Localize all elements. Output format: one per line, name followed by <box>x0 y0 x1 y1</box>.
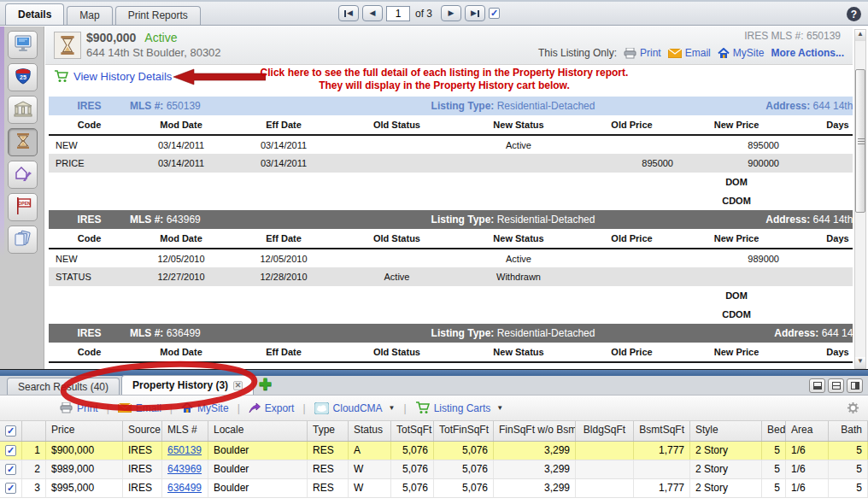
scrollbar-thumb[interactable] <box>855 69 865 213</box>
svg-text:25: 25 <box>20 74 26 80</box>
house-icon <box>181 402 193 413</box>
grid-settings-icon[interactable] <box>847 401 859 414</box>
email-results-link[interactable]: Email <box>109 402 170 414</box>
property-history-grid: ✓ Price Source MLS # Locale Type Status … <box>0 421 868 498</box>
map-route-button[interactable]: 25 <box>8 63 38 91</box>
ires-property-history-screen: Details Map Print Reports ◀ ◀ of 3 ▶ ▶ ✓… <box>0 0 868 504</box>
view-history-details-link[interactable]: View History Details <box>73 70 172 83</box>
mysite-listing-link[interactable]: MySite <box>718 47 765 59</box>
history-band-643969: IRES MLS #: 643969 Listing Type: Residen… <box>49 210 853 229</box>
row-checkbox[interactable]: ✓ <box>5 464 16 475</box>
help-icon[interactable]: ? <box>847 7 861 21</box>
history-report-icon <box>54 32 81 59</box>
history-column-headers: CodeMod Date Eff DateOld Status New Stat… <box>49 115 853 135</box>
next-record-button[interactable]: ▶ <box>441 5 461 21</box>
listing-price: $900,000 <box>86 31 136 44</box>
hourglass-icon <box>15 132 32 153</box>
public-records-button[interactable] <box>8 96 38 124</box>
annotation-text: Click here to see the full detail of eac… <box>243 67 645 92</box>
select-record-checkbox[interactable]: ✓ <box>489 8 500 19</box>
export-link[interactable]: Export <box>240 402 303 414</box>
more-actions-link[interactable]: More Actions... <box>771 47 844 59</box>
grid-header-row: ✓ Price Source MLS # Locale Type Status … <box>0 421 868 442</box>
documents-icon <box>14 230 32 250</box>
history-tables: IRES MLS #: 650139 Listing Type: Residen… <box>49 97 853 363</box>
previous-record-button[interactable]: ◀ <box>362 5 383 21</box>
house-icon <box>718 48 730 59</box>
cart-icon <box>415 401 430 414</box>
bottom-tab-bar: Search Results (40) Property History (3)… <box>0 376 868 396</box>
panel-restore-button[interactable] <box>847 378 863 393</box>
print-results-link[interactable]: Print <box>51 402 107 414</box>
row-checkbox[interactable]: ✓ <box>5 445 16 456</box>
panel-window-controls <box>809 378 863 393</box>
grid-row-3[interactable]: ✓ 3 $995,000 IRES 636499 Boulder RES W 5… <box>0 479 868 498</box>
grid-row-2[interactable]: ✓ 2 $989,000 IRES 643969 Boulder RES W 5… <box>0 460 868 479</box>
tab-details[interactable]: Details <box>5 3 64 25</box>
listing-header: $900,000 Active 644 14th St Boulder, 803… <box>45 26 853 65</box>
history-row-dom: DOM <box>49 286 853 305</box>
mysite-results-link[interactable]: MySite <box>173 402 238 414</box>
scroll-up-arrow[interactable]: ▲ <box>855 30 865 41</box>
tab-search-results[interactable]: Search Results (40) <box>7 378 120 395</box>
history-table-636499: CodeMod Date Eff DateOld Status New Stat… <box>49 343 853 363</box>
tab-property-history[interactable]: Property History (3) ✕ <box>121 375 254 395</box>
envelope-icon <box>118 403 132 413</box>
history-band-650139: IRES MLS #: 650139 Listing Type: Residen… <box>49 97 853 115</box>
history-table-650139: CodeMod Date Eff DateOld Status New Stat… <box>49 115 853 210</box>
panel-split-button[interactable] <box>828 378 844 393</box>
printer-icon <box>624 48 636 59</box>
print-listing-link[interactable]: Print <box>624 47 661 59</box>
this-listing-only-label: This Listing Only: <box>538 47 617 59</box>
mls-number-link[interactable]: 636499 <box>167 482 202 494</box>
cloudcma-menu[interactable]: CloudCMA▼ <box>306 402 404 414</box>
open-houses-button[interactable]: OPEN <box>8 193 38 221</box>
printer-icon <box>60 402 73 413</box>
bank-icon <box>14 100 32 120</box>
history-row-dom: DOM <box>49 173 853 191</box>
envelope-icon <box>668 49 682 58</box>
top-tab-bar: Details Map Print Reports ◀ ◀ of 3 ▶ ▶ ✓… <box>0 0 868 26</box>
cloud-icon <box>314 402 329 414</box>
row-checkbox[interactable]: ✓ <box>5 483 16 494</box>
history-row: NEW03/14/2011 03/14/2011 Active 895000 <box>49 135 853 154</box>
window-restore-icon <box>851 382 859 390</box>
history-row: PRICE03/14/2011 03/14/2011 895000 900000 <box>49 154 853 173</box>
monitor-icon <box>14 35 32 56</box>
last-record-button[interactable]: ▶ <box>465 5 485 21</box>
history-column-headers: CodeMod Date Eff DateOld Status New Stat… <box>49 229 853 249</box>
listing-carts-menu[interactable]: Listing Carts▼ <box>407 401 513 414</box>
close-tab-icon[interactable]: ✕ <box>233 381 243 390</box>
cart-icon <box>54 70 68 83</box>
tab-print-reports[interactable]: Print Reports <box>115 6 201 25</box>
purple-strip <box>0 26 4 257</box>
history-row-cdom: CDOM <box>49 191 853 210</box>
tab-map[interactable]: Map <box>67 6 112 25</box>
history-row: NEW12/05/2010 12/05/2010 Active 989000 <box>49 249 853 267</box>
documents-button[interactable] <box>8 226 38 254</box>
mls-number-link[interactable]: 643969 <box>167 463 202 475</box>
neighborhood-button[interactable] <box>8 161 38 189</box>
first-record-button[interactable]: ◀ <box>338 5 359 21</box>
scroll-down-arrow[interactable]: ▼ <box>855 357 865 368</box>
panel-maximize-button[interactable] <box>809 378 825 393</box>
window-split-icon <box>832 382 841 390</box>
page-number-input[interactable] <box>386 6 410 21</box>
mls-number-link[interactable]: 650139 <box>167 444 202 456</box>
grid-row-1[interactable]: ✓ 1 $900,000 IRES 650139 Boulder RES A 5… <box>0 442 868 460</box>
select-all-checkbox[interactable]: ✓ <box>5 425 16 437</box>
window-maximize-icon <box>813 382 822 390</box>
history-column-headers: CodeMod Date Eff DateOld Status New Stat… <box>49 343 853 362</box>
house-road-icon <box>14 165 32 185</box>
listing-status: Active <box>144 31 177 44</box>
listing-view-button[interactable] <box>8 31 38 59</box>
listing-mls-number: IRES MLS #: 650139 <box>744 30 841 42</box>
property-history-button[interactable] <box>8 128 38 156</box>
content-scrollbar[interactable]: ▲ ▼ <box>854 29 866 369</box>
interstate-25-icon: 25 <box>15 67 32 88</box>
history-row-cdom: CDOM <box>49 305 853 324</box>
add-tab-icon[interactable]: ✚ <box>259 375 272 394</box>
email-listing-link[interactable]: Email <box>668 47 711 59</box>
history-row: STATUS12/27/2010 12/28/2010Active Withdr… <box>49 267 853 286</box>
export-arrow-icon <box>249 402 261 413</box>
